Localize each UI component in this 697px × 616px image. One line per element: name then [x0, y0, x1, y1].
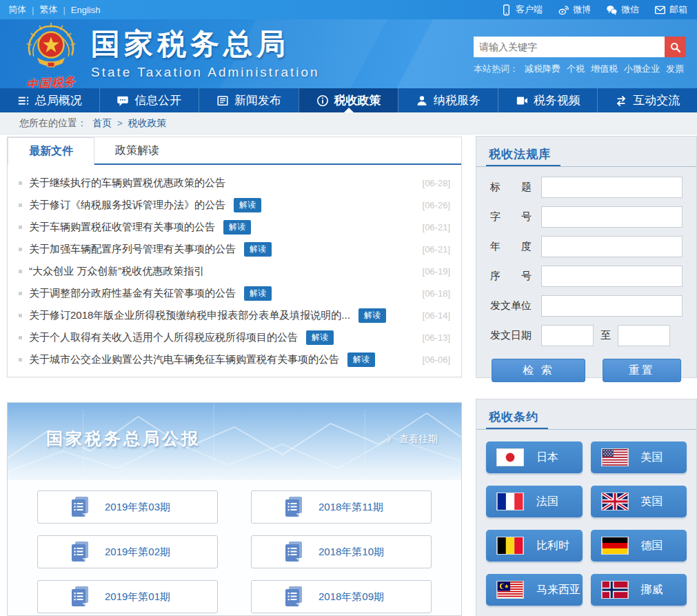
nav-item-信息公开[interactable]: 信息公开	[99, 88, 199, 112]
treaty-button-germany[interactable]: 德国	[591, 530, 687, 562]
news-row[interactable]: 关于个人取得有关收入适用个人所得税应税所得项目的公告解读[06-13]	[19, 326, 450, 348]
news-row[interactable]: 关于继续执行的车辆购置税优惠政策的公告[06-28]	[19, 172, 450, 194]
hot-word[interactable]: 个税	[567, 63, 585, 75]
news-row[interactable]: 关于修订《纳税服务投诉管理办法》的公告解读[06-26]	[19, 194, 450, 216]
hot-word[interactable]: 小微企业	[624, 63, 660, 75]
bullet-icon	[19, 314, 22, 317]
view-past-issues-link[interactable]: 》 查看往期	[387, 433, 438, 446]
date-to-input[interactable]	[618, 325, 670, 346]
form-label: 发文日期	[490, 329, 541, 342]
news-title: 关于个人取得有关收入适用个人所得税应税所得项目的公告	[29, 331, 298, 344]
lawdb-title: 税收法规库	[489, 146, 551, 167]
form-input-年度[interactable]	[541, 236, 683, 257]
tab-最新文件[interactable]: 最新文件	[8, 137, 94, 165]
news-row[interactable]: 关于车辆购置税征收管理有关事项的公告解读[06-21]	[19, 216, 450, 238]
news-row[interactable]: 关于修订2018年版企业所得税预缴纳税申报表部分表单及填报说明的...解读[06…	[19, 304, 450, 326]
bulletin-issue-button[interactable]: 2019年第03期	[37, 490, 218, 524]
lang-simplified[interactable]: 简体	[8, 3, 26, 16]
interpretation-badge[interactable]: 解读	[223, 220, 251, 235]
search-lawdb-button[interactable]: 检 索	[492, 359, 585, 382]
nav-item-互动交流[interactable]: 互动交流	[597, 88, 697, 112]
tax-law-database-panel: 税收法规库 标 题字 号年 度序 号发文单位发文日期至检 索重置	[476, 136, 697, 378]
news-row[interactable]: “大众创业 万众创新”税收优惠政策指引[06-19]	[19, 260, 450, 282]
site-logo[interactable]: 中国税务	[18, 21, 84, 88]
bulletin-issue-button[interactable]: 2019年第01期	[37, 580, 218, 613]
weibo-icon	[558, 4, 569, 16]
topbar-links: 客户端微博微信邮箱	[501, 3, 687, 16]
bullet-icon	[19, 181, 22, 185]
topbar-link-phone[interactable]: 客户端	[501, 3, 543, 16]
news-row[interactable]: 关于调整部分政府性基金有关征管事项的公告解读[06-18]	[19, 282, 450, 304]
form-buttons: 检 索重置	[490, 355, 683, 382]
bulletin-issue-button[interactable]: 2018年第10期	[251, 535, 432, 568]
topbar-link-wechat[interactable]: 微信	[606, 3, 639, 16]
bullet-icon	[19, 292, 22, 295]
interpretation-badge[interactable]: 解读	[244, 242, 272, 257]
hot-word[interactable]: 发票	[666, 63, 684, 75]
nav-item-税收政策[interactable]: 税收政策	[299, 88, 398, 112]
nav-item-税务视频[interactable]: 税务视频	[498, 88, 598, 112]
flag-germany-icon	[601, 537, 629, 555]
topbar-link-mail[interactable]: 邮箱	[654, 3, 687, 16]
interpretation-badge[interactable]: 解读	[306, 330, 334, 345]
breadcrumb-item[interactable]: 税收政策	[128, 117, 167, 130]
bulletin-issue-button[interactable]: 2018年第11期	[251, 490, 432, 524]
interpretation-badge[interactable]: 解读	[234, 198, 261, 212]
panel-title-row: 税收条约	[476, 399, 696, 430]
top-bar: 简体|繁体|English 客户端微博微信邮箱	[0, 0, 697, 19]
news-title: 关于加强车辆配置序列号管理有关事项的公告	[29, 243, 236, 256]
bullet-icon	[19, 336, 22, 339]
news-title: 关于车辆购置税征收管理有关事项的公告	[29, 221, 215, 234]
search-button[interactable]	[665, 37, 686, 57]
form-row-date: 发文日期至	[490, 325, 683, 346]
treaty-button-belgium[interactable]: 比利时	[486, 530, 583, 562]
form-input-字号[interactable]	[541, 206, 683, 228]
lang-english[interactable]: English	[71, 5, 101, 15]
lang-traditional[interactable]: 繁体	[39, 3, 57, 16]
breadcrumb-item[interactable]: 首页	[92, 117, 112, 130]
site-header: 中国税务 国家税务总局 State Taxation Administratio…	[0, 19, 697, 88]
nav-item-新闻发布[interactable]: 新闻发布	[199, 88, 299, 112]
hot-words-label: 本站热词：	[474, 63, 518, 75]
emblem-icon	[22, 21, 80, 75]
date-from-input[interactable]	[541, 325, 594, 346]
reset-button[interactable]: 重置	[603, 359, 681, 382]
treaty-button-uk[interactable]: 英国	[591, 486, 687, 517]
nav-item-label: 互动交流	[633, 92, 680, 108]
topbar-link-weibo[interactable]: 微博	[558, 3, 591, 16]
hot-words: 本站热词： 减税降费个税增值税小微企业发票	[474, 63, 686, 75]
treaty-button-japan[interactable]: 日本	[486, 441, 583, 473]
site-title-block: 国家税务总局 State Taxation Administration	[91, 25, 320, 80]
hot-word[interactable]: 减税降费	[525, 63, 560, 75]
treaty-button-norway[interactable]: 挪威	[591, 574, 687, 606]
interpretation-badge[interactable]: 解读	[347, 352, 375, 367]
news-row[interactable]: 关于城市公交企业购置公共汽电车辆免征车辆购置税有关事项的公告解读[06-06]	[19, 348, 450, 370]
form-row: 标 题	[490, 177, 683, 198]
form-input-标题[interactable]	[541, 177, 683, 198]
menu-icon	[17, 95, 30, 107]
treaty-button-france[interactable]: 法国	[486, 486, 583, 517]
search-area: 本站热词： 减税降费个税增值税小微企业发票	[474, 37, 686, 75]
nav-item-总局概况[interactable]: 总局概况	[0, 88, 99, 112]
form-label: 字 号	[490, 210, 541, 223]
tab-政策解读[interactable]: 政策解读	[94, 137, 180, 163]
bulletin-issue-button[interactable]: 2019年第02期	[37, 535, 218, 568]
treaty-button-malaysia[interactable]: 马来西亚	[486, 574, 583, 606]
site-subtitle: State Taxation Administration	[91, 65, 320, 80]
form-input-发文单位[interactable]	[541, 295, 683, 317]
nav-item-label: 税收政策	[334, 92, 381, 108]
form-label: 序 号	[490, 270, 541, 283]
news-row[interactable]: 关于加强车辆配置序列号管理有关事项的公告解读[06-21]	[19, 238, 450, 260]
news-date: [06-06]	[423, 355, 450, 365]
bulletin-issue-button[interactable]: 2018年第09期	[251, 580, 432, 613]
treaty-button-usa[interactable]: 美国	[591, 441, 687, 473]
interpretation-badge[interactable]: 解读	[358, 308, 386, 323]
nav-item-纳税服务[interactable]: 纳税服务	[398, 88, 498, 112]
search-input[interactable]	[474, 37, 665, 57]
lang-separator: |	[63, 5, 65, 15]
treaty-country-label: 美国	[641, 450, 663, 465]
interpretation-badge[interactable]: 解读	[244, 286, 272, 301]
flag-malaysia-icon	[496, 581, 524, 599]
form-input-序号[interactable]	[541, 266, 683, 287]
hot-word[interactable]: 增值税	[591, 63, 618, 75]
